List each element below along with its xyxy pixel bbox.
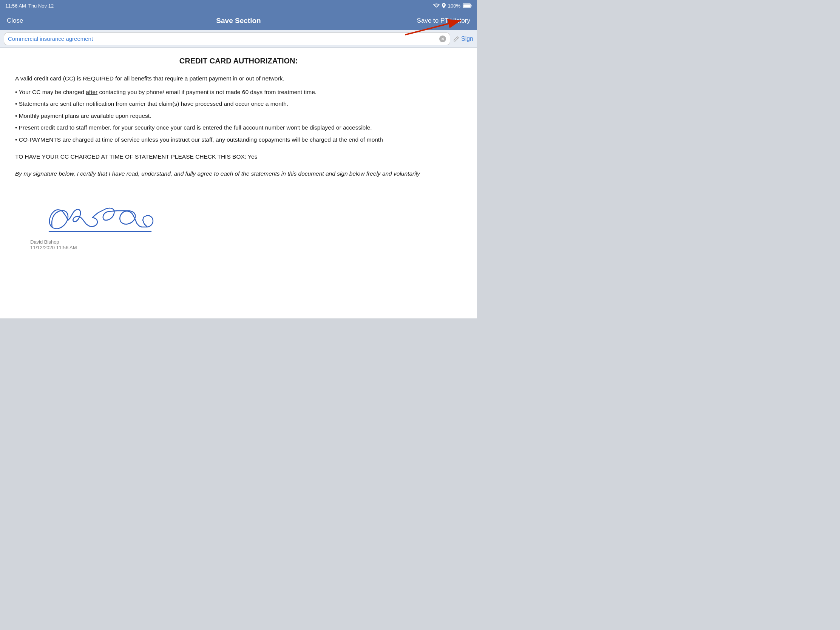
- signer-name: David Bishop: [30, 239, 462, 245]
- nav-title: Save Section: [216, 17, 261, 25]
- required-text: REQUIRED: [83, 75, 114, 82]
- wifi-icon: [433, 3, 440, 8]
- location-icon: [442, 3, 446, 8]
- nav-bar: Close Save Section Save to PT History: [0, 11, 477, 30]
- bullet-1: • Your CC may be charged after contactin…: [15, 87, 462, 97]
- close-icon: [441, 37, 444, 40]
- document-intro: A valid credit card (CC) is REQUIRED for…: [15, 74, 462, 84]
- signer-info: David Bishop 11/12/2020 11:56 AM: [30, 239, 462, 250]
- search-bar: Sign: [0, 30, 477, 47]
- svg-rect-2: [463, 5, 470, 7]
- status-bar-right: 100%: [433, 3, 472, 9]
- sign-label: Sign: [461, 35, 473, 42]
- sign-button[interactable]: Sign: [453, 35, 473, 42]
- search-input-wrapper: [4, 33, 450, 45]
- save-to-pt-history-button[interactable]: Save to PT History: [417, 17, 470, 25]
- svg-line-7: [456, 37, 458, 38]
- status-bar-left: 11:56 AM Thu Nov 12: [5, 3, 54, 9]
- pencil-icon: [453, 36, 459, 42]
- document-body: A valid credit card (CC) is REQUIRED for…: [15, 74, 462, 178]
- clear-search-button[interactable]: [439, 35, 446, 42]
- bullet-3: • Monthly payment plans are available up…: [15, 111, 462, 121]
- after-text: after: [86, 89, 98, 95]
- bullet-list: • Your CC may be charged after contactin…: [15, 87, 462, 145]
- document-content: CREDIT CARD AUTHORIZATION: A valid credi…: [0, 47, 477, 318]
- bullet-4: • Present credit card to staff member, f…: [15, 123, 462, 133]
- search-input[interactable]: [8, 35, 437, 42]
- benefits-text: benefits that require a patient payment …: [131, 75, 283, 82]
- signature-image: [30, 186, 174, 235]
- battery-percent: 100%: [448, 3, 460, 9]
- document-title: CREDIT CARD AUTHORIZATION:: [15, 57, 462, 65]
- bullet-2: • Statements are sent after notification…: [15, 99, 462, 109]
- time-display: 11:56 AM: [5, 3, 26, 9]
- close-button[interactable]: Close: [7, 17, 23, 25]
- signature-area: [30, 186, 462, 235]
- check-statement: TO HAVE YOUR CC CHARGED AT TIME OF STATE…: [15, 152, 462, 162]
- bullet-5: • CO-PAYMENTS are charged at time of ser…: [15, 135, 462, 145]
- signer-datetime: 11/12/2020 11:56 AM: [30, 245, 462, 250]
- battery-icon: [463, 3, 472, 8]
- svg-rect-1: [471, 5, 472, 7]
- status-bar: 11:56 AM Thu Nov 12 100%: [0, 0, 477, 11]
- date-display: Thu Nov 12: [28, 3, 54, 9]
- certification-text: By my signature below, I certify that I …: [15, 169, 462, 178]
